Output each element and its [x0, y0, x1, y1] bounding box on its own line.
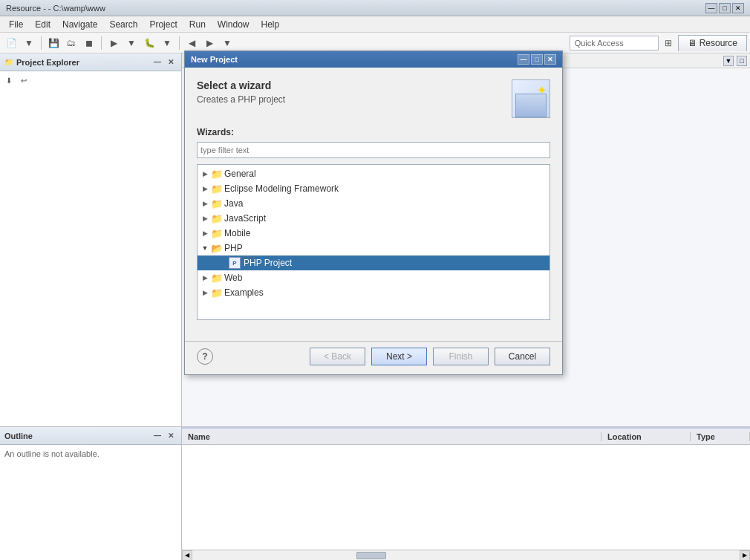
toolbar-btn2[interactable]: ▼: [21, 35, 37, 51]
scrollbar-right[interactable]: ▶: [740, 550, 750, 561]
dialog-title-bar: New Project — □ ✕: [185, 51, 562, 68]
finish-button[interactable]: Finish: [433, 348, 489, 365]
toolbar-sep2: [101, 36, 102, 50]
help-button[interactable]: ?: [197, 348, 213, 365]
col-location: Location: [601, 432, 691, 441]
maximize-button[interactable]: □: [719, 3, 731, 13]
toolbar-perspective[interactable]: ⊞: [660, 35, 676, 51]
expand-java[interactable]: ▶: [200, 199, 209, 208]
expand-examples[interactable]: ▶: [200, 288, 209, 297]
phpproject-icon: P: [229, 257, 241, 269]
minimize-button[interactable]: —: [705, 3, 717, 13]
tree-item-web[interactable]: ▶ 📁 Web: [198, 270, 550, 285]
wizard-title-area: Select a wizard Creates a PHP project: [197, 79, 512, 105]
tree-label-mobile: Mobile: [224, 228, 250, 238]
close-button[interactable]: ✕: [732, 3, 744, 13]
quick-access[interactable]: Quick Access: [570, 36, 659, 51]
menu-bar: File Edit Navigate Search Project Run Wi…: [0, 16, 750, 33]
toolbar-save[interactable]: 💾: [45, 35, 62, 51]
footer-separator: [185, 341, 562, 342]
toolbar-debug[interactable]: 🐛: [141, 35, 157, 51]
title-text: Resource - - C:\wamp\www: [6, 4, 105, 13]
tree-item-mobile[interactable]: ▶ 📁 Mobile: [198, 226, 550, 241]
explorer-minimize[interactable]: —: [151, 56, 163, 68]
menu-search[interactable]: Search: [103, 18, 143, 31]
tree-item-general[interactable]: ▶ 📁 General: [198, 166, 550, 181]
menu-edit[interactable]: Edit: [29, 18, 56, 31]
toolbar-next[interactable]: ▶: [201, 35, 218, 51]
explorer-btn1[interactable]: ⬇: [3, 74, 15, 86]
explorer-header: 📁 Project Explorer — ✕: [0, 53, 181, 71]
outline-empty-message: An outline is not available.: [4, 449, 100, 458]
scrollbar-track[interactable]: [192, 550, 740, 561]
bottom-table: Name Location Type ◀ ▶: [182, 426, 750, 560]
expand-mobile[interactable]: ▶: [200, 229, 209, 238]
toolbar-run[interactable]: ▶: [105, 35, 122, 51]
next-button[interactable]: Next >: [371, 348, 427, 365]
expand-php[interactable]: ▼: [200, 244, 209, 253]
menu-run[interactable]: Run: [183, 18, 212, 31]
expand-javascript[interactable]: ▶: [200, 214, 209, 223]
folder-icon-examples: 📁: [211, 287, 223, 298]
scrollbar-thumb[interactable]: [356, 552, 386, 559]
tree-label-phpproject: PHP Project: [244, 258, 292, 268]
toolbar-prev[interactable]: ◀: [183, 35, 200, 51]
expand-phpproject: [218, 258, 227, 267]
folder-icon-general: 📁: [211, 169, 223, 179]
menu-help[interactable]: Help: [255, 18, 286, 31]
folder-icon-php: 📂: [211, 243, 223, 253]
tree-item-examples[interactable]: ▶ 📁 Examples: [198, 285, 550, 300]
expand-web[interactable]: ▶: [200, 273, 209, 282]
outline-close[interactable]: ✕: [165, 430, 177, 442]
menu-project[interactable]: Project: [143, 18, 183, 31]
outline-header: Outline — ✕: [0, 427, 181, 445]
tree-item-emf[interactable]: ▶ 📁 Eclipse Modeling Framework: [198, 181, 550, 196]
tree-label-php: PHP: [224, 243, 243, 253]
back-button[interactable]: < Back: [310, 348, 365, 365]
help-icon: ?: [202, 351, 207, 362]
tree-label-examples: Examples: [224, 287, 264, 298]
wizard-tree[interactable]: ▶ 📁 General ▶ 📁 Eclipse Modeling Framewo…: [197, 164, 550, 320]
folder-icon-java: 📁: [211, 198, 223, 209]
dialog-minimize[interactable]: —: [518, 54, 529, 65]
view-minimize[interactable]: ▼: [723, 56, 734, 66]
toolbar-debug2[interactable]: ▼: [159, 35, 175, 51]
toolbar-new[interactable]: 📄: [3, 35, 19, 51]
cancel-button[interactable]: Cancel: [495, 348, 550, 365]
tree-item-javascript[interactable]: ▶ 📁 JavaScript: [198, 211, 550, 226]
explorer-close[interactable]: ✕: [165, 56, 177, 68]
folder-icon-web: 📁: [211, 273, 223, 283]
view-maximize[interactable]: □: [737, 56, 747, 66]
menu-navigate[interactable]: Navigate: [56, 18, 103, 31]
quick-access-label: Quick Access: [575, 39, 624, 48]
tree-label-web: Web: [224, 273, 242, 283]
tree-item-php[interactable]: ▼ 📂 PHP: [198, 241, 550, 255]
menu-file[interactable]: File: [3, 18, 29, 31]
explorer-title: Project Explorer: [16, 58, 79, 67]
explorer-btn2[interactable]: ↩: [18, 74, 30, 86]
toolbar-next2[interactable]: ▼: [219, 35, 235, 51]
toolbar-run2[interactable]: ▼: [123, 35, 140, 51]
resource-tab-label: Resource: [700, 38, 737, 48]
expand-general[interactable]: ▶: [200, 169, 209, 178]
dialog-maximize[interactable]: □: [531, 54, 543, 65]
filter-input[interactable]: [197, 142, 550, 158]
horizontal-scrollbar[interactable]: ◀ ▶: [182, 550, 750, 560]
tree-item-java[interactable]: ▶ 📁 Java: [198, 196, 550, 211]
outline-title: Outline: [4, 432, 33, 440]
dialog-title-controls: — □ ✕: [518, 54, 556, 65]
toolbar-saveall[interactable]: 🗂: [63, 35, 79, 51]
tree-item-phpproject[interactable]: P PHP Project: [198, 255, 550, 270]
left-panel: 📁 Project Explorer — ✕ ⬇ ↩ Outline — ✕: [0, 53, 182, 560]
menu-window[interactable]: Window: [212, 18, 255, 31]
wizard-star-icon: ✦: [537, 83, 547, 97]
resource-tab[interactable]: 🖥 Resource: [678, 35, 747, 51]
scrollbar-left[interactable]: ◀: [182, 550, 192, 561]
col-type: Type: [691, 432, 750, 441]
dialog-close[interactable]: ✕: [544, 54, 556, 65]
outline-minimize[interactable]: —: [151, 430, 163, 442]
new-project-dialog: New Project — □ ✕ Select a wizard Create…: [184, 51, 563, 375]
expand-emf[interactable]: ▶: [200, 184, 209, 193]
toolbar-btn3[interactable]: ◼: [81, 35, 97, 51]
dialog-title: New Project: [191, 55, 238, 64]
